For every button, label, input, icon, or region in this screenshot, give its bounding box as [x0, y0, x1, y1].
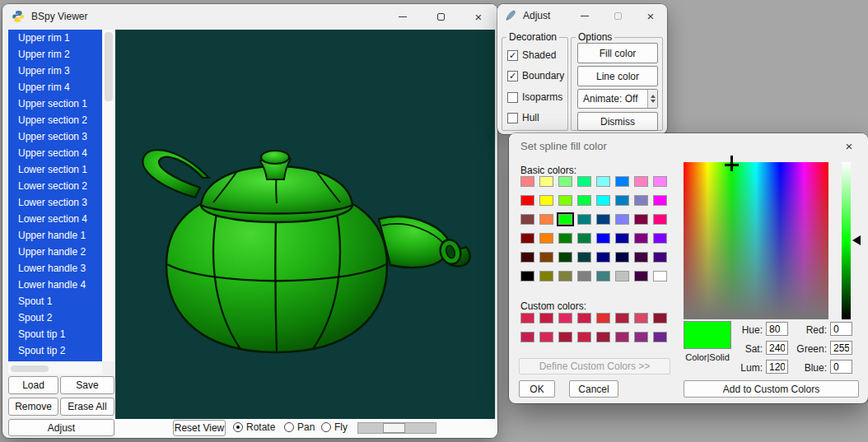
- list-item[interactable]: Upper section 1: [8, 95, 102, 112]
- lum-field[interactable]: [766, 360, 788, 374]
- add-to-custom-colors-button[interactable]: Add to Custom Colors: [684, 380, 859, 398]
- color-swatch[interactable]: [596, 195, 610, 206]
- list-item[interactable]: Spout 1: [8, 293, 102, 309]
- adjust-button[interactable]: Adjust: [8, 419, 114, 436]
- color-swatch[interactable]: [539, 271, 553, 281]
- close-button[interactable]: ×: [634, 4, 667, 27]
- color-swatch[interactable]: [520, 195, 534, 206]
- radio-circle[interactable]: [284, 422, 294, 432]
- color-swatch[interactable]: [558, 195, 572, 206]
- color-swatch[interactable]: [520, 233, 534, 244]
- color-swatch[interactable]: [596, 233, 610, 244]
- radio-pan[interactable]: Pan: [284, 421, 315, 433]
- dialog-titlebar[interactable]: Set spline fill color ×: [509, 133, 868, 158]
- checkbox-box[interactable]: ✓: [507, 71, 518, 81]
- fill-color-button[interactable]: Fill color: [577, 43, 658, 63]
- line-color-button[interactable]: Line color: [577, 66, 658, 86]
- color-swatch[interactable]: [577, 252, 591, 263]
- radio-circle[interactable]: [233, 422, 243, 432]
- list-item[interactable]: Upper section 4: [8, 145, 102, 161]
- color-swatch[interactable]: [520, 313, 534, 323]
- list-item[interactable]: Upper rim 4: [8, 79, 102, 95]
- checkbox-box[interactable]: ✓: [507, 50, 518, 61]
- color-swatch[interactable]: [634, 214, 648, 225]
- color-swatch[interactable]: [577, 332, 591, 342]
- color-swatch[interactable]: [577, 214, 591, 225]
- spin-up-icon[interactable]: [651, 95, 656, 98]
- color-swatch[interactable]: [596, 214, 610, 225]
- list-item[interactable]: Lower section 4: [8, 211, 102, 227]
- radio-fly[interactable]: Fly: [321, 421, 348, 433]
- color-swatch[interactable]: [539, 195, 553, 206]
- radio-rotate[interactable]: Rotate: [233, 421, 275, 433]
- hue-saturation-field[interactable]: [684, 162, 828, 319]
- list-item[interactable]: Upper rim 2: [8, 46, 102, 63]
- list-item[interactable]: Lower section 1: [8, 161, 102, 178]
- color-swatch[interactable]: [653, 313, 667, 323]
- blue-field[interactable]: [830, 360, 852, 374]
- color-swatch[interactable]: [520, 176, 534, 187]
- color-swatch[interactable]: [539, 332, 553, 342]
- minimize-button[interactable]: [384, 4, 422, 29]
- ok-button[interactable]: OK: [519, 380, 555, 398]
- color-swatch[interactable]: [539, 233, 553, 244]
- checkbox-hull[interactable]: Hull: [507, 112, 539, 123]
- color-swatch[interactable]: [558, 176, 572, 187]
- checkbox-boundary[interactable]: ✓Boundary: [507, 70, 564, 81]
- list-item[interactable]: Upper section 3: [8, 128, 102, 145]
- color-swatch[interactable]: [653, 176, 667, 187]
- color-swatch[interactable]: [615, 313, 629, 323]
- slider-handle[interactable]: [383, 423, 405, 433]
- list-horizontal-scrollbar[interactable]: [8, 363, 102, 375]
- color-swatch[interactable]: [558, 313, 572, 323]
- radio-circle[interactable]: [321, 422, 331, 432]
- luminance-bar[interactable]: [842, 162, 851, 319]
- close-button[interactable]: ×: [460, 4, 497, 29]
- color-swatch[interactable]: [539, 214, 553, 225]
- green-field[interactable]: [830, 341, 852, 355]
- color-swatch[interactable]: [558, 233, 572, 244]
- red-field[interactable]: [830, 322, 852, 336]
- color-swatch[interactable]: [634, 332, 648, 342]
- color-swatch[interactable]: [634, 233, 648, 244]
- spin-down-icon[interactable]: [651, 100, 656, 103]
- color-swatch[interactable]: [596, 271, 610, 281]
- list-item[interactable]: Spout tip 1: [8, 326, 102, 342]
- list-item[interactable]: Upper handle 2: [8, 244, 102, 260]
- animate-spinner[interactable]: [647, 90, 657, 108]
- sat-field[interactable]: [766, 341, 788, 355]
- color-swatch[interactable]: [520, 332, 534, 342]
- color-swatch[interactable]: [596, 332, 610, 342]
- color-swatch[interactable]: [634, 271, 648, 281]
- remove-button[interactable]: Remove: [8, 398, 58, 416]
- color-swatch[interactable]: [615, 214, 629, 225]
- color-swatch[interactable]: [577, 313, 591, 323]
- list-item[interactable]: Upper rim 3: [8, 63, 102, 79]
- list-item[interactable]: Upper section 2: [8, 112, 102, 128]
- color-swatch[interactable]: [634, 252, 648, 263]
- list-item[interactable]: Lower handle 4: [8, 277, 102, 293]
- checkbox-box[interactable]: [507, 113, 518, 123]
- color-swatch[interactable]: [615, 252, 629, 263]
- color-swatch[interactable]: [558, 332, 572, 342]
- checkbox-shaded[interactable]: ✓Shaded: [507, 49, 556, 61]
- erase-all-button[interactable]: Erase All: [60, 398, 114, 416]
- list-item[interactable]: Lower section 3: [8, 194, 102, 211]
- minimize-button[interactable]: [568, 4, 601, 27]
- viewport-canvas[interactable]: [115, 30, 495, 419]
- dismiss-button[interactable]: Dismiss: [577, 112, 658, 131]
- color-swatch[interactable]: [615, 195, 629, 206]
- color-swatch[interactable]: [596, 313, 610, 323]
- color-swatch[interactable]: [615, 332, 629, 342]
- list-vertical-scrollbar[interactable]: [102, 30, 115, 361]
- list-item[interactable]: Spout 2: [8, 309, 102, 326]
- checkbox-isoparms[interactable]: Isoparms: [507, 91, 562, 103]
- color-swatch[interactable]: [539, 176, 553, 187]
- color-swatch[interactable]: [653, 214, 667, 225]
- color-swatch[interactable]: [653, 195, 667, 206]
- color-swatch[interactable]: [634, 313, 648, 323]
- reset-view-button[interactable]: Reset View: [173, 420, 226, 436]
- color-swatch[interactable]: [634, 195, 648, 206]
- speed-slider[interactable]: [357, 422, 436, 434]
- color-swatch[interactable]: [539, 313, 553, 323]
